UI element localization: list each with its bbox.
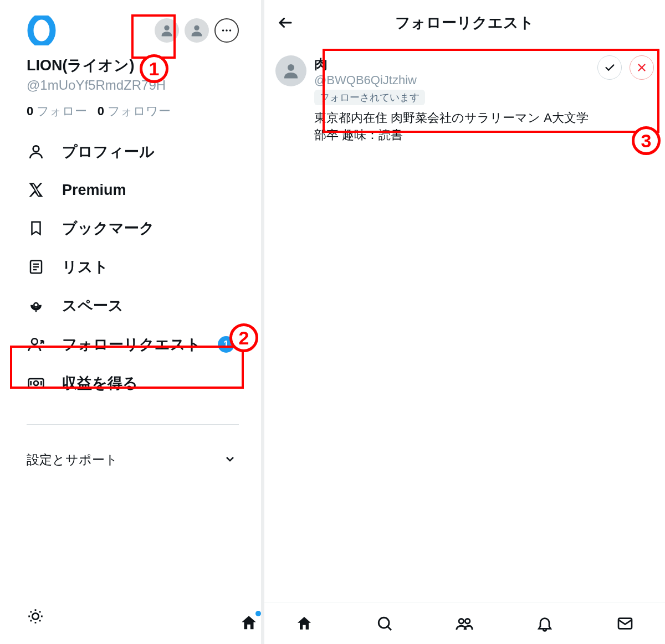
nav-bookmarks[interactable]: ブックマーク (27, 218, 239, 238)
svg-point-0 (30, 17, 53, 44)
following-count[interactable]: 0 (27, 104, 33, 118)
svg-point-14 (378, 617, 389, 628)
bottom-nav-home-peek[interactable] (238, 612, 260, 634)
app-logo (27, 16, 57, 45)
account-display-name: LION(ライオン) (27, 55, 239, 75)
divider (27, 424, 239, 425)
back-button[interactable] (274, 12, 296, 34)
chevron-down-icon (223, 452, 239, 468)
svg-point-1 (164, 25, 169, 30)
screen-title: フォローリクエスト (395, 13, 534, 33)
bottom-nav-notifications[interactable] (534, 612, 556, 635)
follower-count[interactable]: 0 (98, 104, 104, 118)
lock-icon (139, 57, 150, 74)
svg-point-5 (229, 29, 232, 32)
requester-bio: 東京都内在住 肉野菜会社のサラリーマン A大文学部卒 趣味：読書 (314, 110, 590, 144)
svg-point-6 (33, 146, 39, 152)
list-icon (27, 257, 45, 276)
svg-point-4 (226, 29, 228, 32)
svg-point-8 (34, 303, 38, 307)
display-mode-button[interactable] (24, 605, 47, 627)
drawer-header (27, 16, 239, 45)
follow-stats: 0 フォロー 0 フォロワー (27, 103, 239, 120)
bottom-nav-home[interactable] (293, 612, 315, 635)
nav-follow-requests[interactable]: フォローリクエスト 1 (27, 334, 239, 354)
bottom-nav-communities[interactable] (453, 612, 475, 635)
screen-header: フォローリクエスト (264, 0, 665, 45)
svg-point-15 (459, 619, 464, 624)
follow-request-item[interactable]: 肉 @BWQB6QiJtzhiw フォローされています 東京都内在住 肉野菜会社… (272, 50, 657, 150)
account-avatar-other[interactable] (185, 18, 209, 43)
nav-monetize[interactable]: 収益を得る (27, 373, 239, 393)
bottom-nav-messages[interactable] (614, 612, 636, 635)
x-icon (27, 181, 45, 199)
notification-dot (255, 611, 261, 616)
svg-point-9 (32, 338, 38, 344)
drawer-nav: プロフィール Premium ブックマーク リスト (27, 142, 239, 393)
nav-spaces[interactable]: スペース (27, 296, 239, 316)
svg-point-11 (34, 381, 38, 385)
svg-point-16 (466, 619, 470, 624)
nav-premium[interactable]: Premium (27, 181, 239, 199)
bottom-nav (264, 602, 665, 644)
svg-point-3 (222, 29, 224, 32)
account-avatar-current[interactable] (155, 18, 179, 43)
nav-profile[interactable]: プロフィール (27, 142, 239, 162)
settings-support[interactable]: 設定とサポート (27, 451, 239, 468)
follow-requests-screen: フォローリクエスト 肉 @BWQB6QiJtzhiw フォローされています 東京… (264, 0, 665, 644)
more-accounts-button[interactable] (214, 18, 239, 43)
profile-icon (27, 142, 45, 161)
accept-request-button[interactable] (597, 55, 622, 80)
follow-requests-badge: 1 (218, 336, 234, 353)
follows-you-badge: フォローされています (314, 90, 425, 105)
bottom-nav-search[interactable] (374, 612, 396, 635)
money-icon (27, 374, 45, 393)
decline-request-button[interactable] (630, 55, 654, 80)
account-handle: @1mUoYf5RmdZR79H (27, 78, 239, 93)
nav-lists[interactable]: リスト (27, 257, 239, 277)
requester-avatar[interactable] (275, 55, 306, 86)
follow-request-icon (27, 335, 45, 354)
requester-handle: @BWQB6QiJtzhiw (314, 73, 590, 87)
spaces-icon (27, 296, 45, 315)
svg-point-13 (288, 64, 294, 71)
bookmark-icon (27, 219, 45, 238)
side-drawer: LION(ライオン) @1mUoYf5RmdZR79H 0 フォロー 0 フォロ… (0, 0, 264, 644)
svg-point-12 (32, 613, 38, 619)
requester-name: 肉 (314, 55, 590, 73)
svg-point-2 (194, 25, 199, 30)
